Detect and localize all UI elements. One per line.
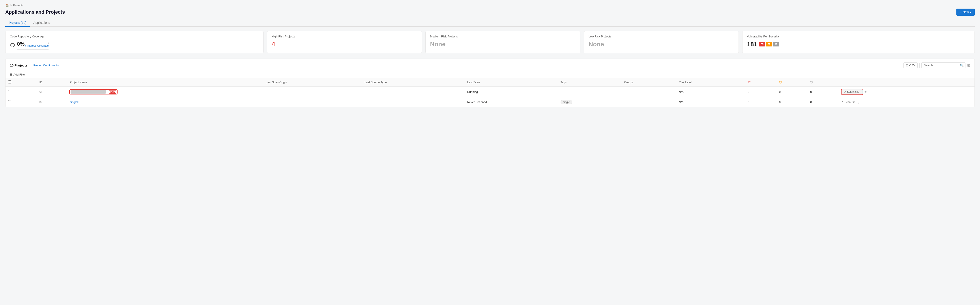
vuln-severity-card: Vulnerability Per Severity 181 85 57 39 — [742, 31, 975, 53]
summary-cards: Code Repository Coverage 0% ℹ + Impr — [5, 31, 975, 53]
vuln-bars: 85 57 39 — [759, 42, 779, 46]
medium-risk-card: Medium Risk Projects None — [425, 31, 580, 53]
add-filter-button[interactable]: ☰ Add Filter — [10, 73, 26, 76]
high-count: 0 — [745, 87, 776, 97]
scan-button[interactable]: ⟳ Scan — [842, 101, 851, 104]
copy-icon[interactable]: ⧉ — [40, 90, 41, 93]
upload-icon: ↑ — [31, 64, 33, 67]
col-low: 🛡 — [808, 78, 839, 87]
tab-projects[interactable]: Projects (10) — [5, 19, 30, 27]
col-high: 🛡 — [745, 78, 776, 87]
row-checkbox[interactable] — [8, 90, 11, 93]
col-last-scan: Last Scan — [465, 78, 558, 87]
high-risk-value: 4 — [272, 41, 417, 48]
breadcrumb: 🏠 > Projects — [5, 3, 975, 7]
low-risk-title: Low Risk Projects — [589, 35, 734, 38]
filter-row: ☰ Add Filter — [5, 71, 975, 78]
medium-risk-value: None — [430, 41, 576, 48]
project-name[interactable]: singleP — [70, 100, 79, 104]
col-actions — [839, 78, 975, 87]
code-coverage-card: Code Repository Coverage 0% ℹ + Impr — [5, 31, 264, 53]
vuln-total: 181 — [747, 41, 757, 48]
last-source-type — [362, 87, 465, 97]
high-risk-card: High Risk Projects 4 — [267, 31, 422, 53]
row-checkbox[interactable] — [8, 100, 11, 103]
vuln-bar-high: 85 — [759, 42, 765, 46]
col-medium: 🛡 — [776, 78, 808, 87]
table-title-area: 10 Projects ↑ Project Configuration — [10, 63, 60, 67]
medium-count: 0 — [776, 87, 808, 97]
col-project-name: Project Name — [67, 78, 263, 87]
select-all-checkbox[interactable] — [8, 81, 11, 84]
projects-table: ID Project Name Last Scan Origin Last So… — [5, 78, 975, 107]
col-groups: Groups — [621, 78, 676, 87]
groups-cell — [621, 87, 676, 97]
table-header: 10 Projects ↑ Project Configuration ⊡ CS… — [5, 59, 975, 71]
shield-l-icon: 🛡 — [810, 81, 813, 84]
last-scan-status: Never Scanned — [465, 97, 558, 107]
copy-icon[interactable]: ⧉ — [40, 100, 41, 104]
project-config-link[interactable]: ↑ Project Configuration — [31, 64, 60, 67]
col-last-source-type: Last Source Type — [362, 78, 465, 87]
groups-cell — [621, 97, 676, 107]
columns-icon[interactable]: ⊞ — [967, 63, 970, 67]
col-last-scan-origin: Last Scan Origin — [263, 78, 362, 87]
more-options-icon[interactable]: ⋮ — [869, 90, 873, 94]
vuln-bar-low: 39 — [773, 42, 779, 46]
search-wrapper: 🔍 — [921, 62, 966, 68]
risk-level-cell: N/A — [676, 87, 745, 97]
medium-count: 0 — [776, 97, 808, 107]
high-risk-title: High Risk Projects — [272, 35, 417, 38]
scan-icon: ⟳ — [842, 101, 844, 104]
last-scan-status: Running — [465, 87, 558, 97]
search-input[interactable] — [921, 62, 966, 68]
improve-link[interactable]: + Improve Coverage — [25, 44, 49, 47]
last-source-type — [362, 97, 465, 107]
shield-m-icon: 🛡 — [779, 81, 782, 84]
more-options-icon[interactable]: ⋮ — [857, 100, 861, 104]
low-count: 0 — [808, 97, 839, 107]
risk-level-cell: N/A — [676, 97, 745, 107]
breadcrumb-separator: > — [10, 3, 12, 7]
col-risk-level: Risk Level — [676, 78, 745, 87]
search-icon: 🔍 — [960, 64, 964, 67]
code-coverage-title: Code Repository Coverage — [10, 35, 259, 38]
csv-icon: ⊡ — [906, 64, 908, 67]
view-icon[interactable]: 👁 — [864, 90, 867, 93]
projects-table-section: 10 Projects ↑ Project Configuration ⊡ CS… — [5, 58, 975, 107]
tag-badge: single — [560, 100, 572, 104]
page-title: Applications and Projects — [5, 9, 65, 15]
low-risk-card: Low Risk Projects None — [584, 31, 739, 53]
low-count: 0 — [808, 87, 839, 97]
shield-h-icon: 🛡 — [748, 81, 751, 84]
low-risk-value: None — [589, 41, 734, 48]
last-scan-origin — [263, 97, 362, 107]
csv-button[interactable]: ⊡ CSV — [904, 62, 918, 68]
col-checkbox — [5, 78, 37, 87]
table-title: 10 Projects — [10, 63, 27, 67]
high-count: 0 — [745, 97, 776, 107]
info-icon[interactable]: ℹ — [48, 41, 49, 44]
home-icon[interactable]: 🏠 — [5, 3, 9, 7]
table-row: ⧉ New RunningN/A000 ⟳ Scanning... 👁 ⋮ — [5, 87, 975, 97]
tab-applications[interactable]: Applications — [30, 19, 54, 27]
view-icon[interactable]: 👁 — [852, 100, 855, 104]
col-id: ID — [37, 78, 67, 87]
github-icon — [10, 43, 15, 48]
table-actions: ⊡ CSV 🔍 ⊞ — [904, 62, 970, 68]
scan-spinner-icon: ⟳ — [844, 90, 846, 93]
vuln-title: Vulnerability Per Severity — [747, 35, 970, 38]
last-scan-origin — [263, 87, 362, 97]
vuln-bar-medium: 57 — [766, 42, 772, 46]
page-header: Applications and Projects + New ▾ — [5, 9, 975, 16]
medium-risk-title: Medium Risk Projects — [430, 35, 576, 38]
coverage-bar — [17, 49, 49, 49]
scanning-wrapper: ⟳ Scanning... — [842, 89, 863, 95]
scanning-button[interactable]: ⟳ Scanning... — [842, 89, 863, 95]
filter-icon: ☰ — [10, 73, 13, 76]
project-name-blurred — [70, 90, 106, 93]
new-badge: New — [109, 90, 116, 93]
new-button[interactable]: + New ▾ — [956, 9, 975, 16]
col-tags: Tags — [558, 78, 621, 87]
tags-cell: single — [558, 97, 621, 107]
